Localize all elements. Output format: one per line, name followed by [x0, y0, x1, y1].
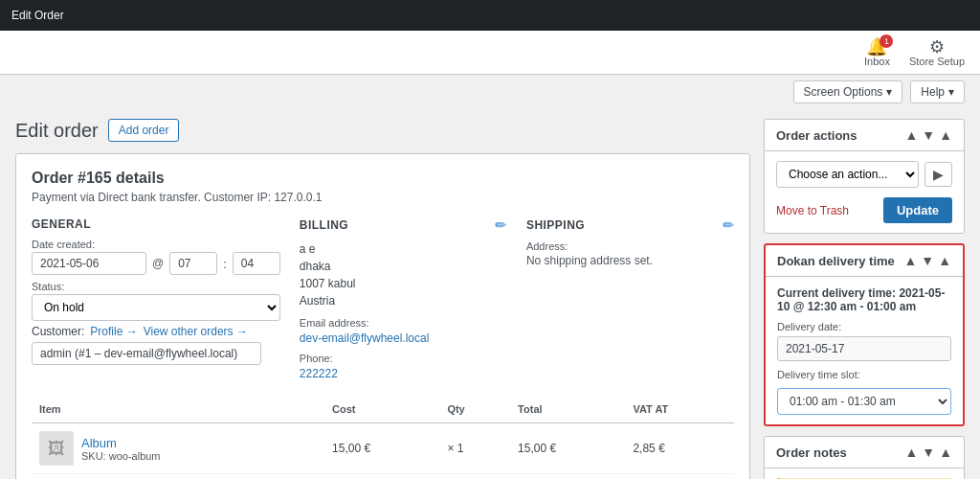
- item-qty: × 1: [439, 423, 510, 474]
- order-box-subtitle: Payment via Direct bank transfer. Custom…: [32, 191, 734, 204]
- notes-collapse-icon[interactable]: ▲: [939, 445, 952, 460]
- item-thumbnail: 🖼: [39, 431, 74, 466]
- current-delivery-label: Current delivery time: 2021-05-10 @ 12:3…: [777, 286, 951, 313]
- screen-options-arrow: ▾: [886, 85, 892, 99]
- order-actions-up-icon[interactable]: ▲: [904, 127, 918, 143]
- table-row: 🖼 Album SKU: woo-album 15,00 € × 1 15,00…: [32, 423, 734, 474]
- view-orders-link[interactable]: View other orders →: [144, 325, 248, 338]
- order-actions-box: Order actions ▲ ▼ ▲ Choose an action... …: [764, 119, 965, 234]
- inbox-label: Inbox: [864, 56, 890, 67]
- customer-label: Customer:: [32, 325, 84, 338]
- delivery-timeslot-select[interactable]: 01:00 am - 01:30 am: [777, 388, 951, 415]
- dokan-down-icon[interactable]: ▼: [921, 253, 934, 268]
- move-to-trash-link[interactable]: Move to Trash: [776, 204, 849, 217]
- notes-down-icon[interactable]: ▼: [922, 445, 935, 460]
- billing-country: Austria: [300, 292, 507, 309]
- dokan-delivery-title: Dokan delivery time: [777, 254, 895, 268]
- page-header: 🔔 1 Inbox ⚙ Store Setup: [0, 31, 980, 75]
- time-slot-label: Delivery time slot:: [777, 369, 951, 380]
- order-actions-header-icons: ▲ ▼ ▲: [904, 127, 952, 143]
- help-arrow: ▾: [948, 85, 954, 99]
- minute-input[interactable]: [233, 252, 280, 275]
- col-vat: VAT AT: [625, 396, 734, 423]
- billing-edit-icon[interactable]: ✏: [495, 217, 506, 233]
- order-actions-header: Order actions ▲ ▼ ▲: [765, 120, 964, 151]
- screen-options-bar: Screen Options ▾ Help ▾: [0, 75, 980, 109]
- order-actions-collapse-icon[interactable]: ▲: [939, 127, 952, 143]
- help-button[interactable]: Help ▾: [910, 80, 965, 103]
- profile-link[interactable]: Profile →: [90, 325, 137, 338]
- phone-label: Phone:: [300, 353, 507, 364]
- dokan-up-icon[interactable]: ▲: [903, 253, 917, 268]
- dokan-delivery-header: Dokan delivery time ▲ ▼ ▲: [766, 245, 963, 277]
- email-label: Email address:: [300, 317, 507, 329]
- run-action-icon: ▶: [933, 167, 944, 182]
- order-details-box: Order #165 details Payment via Direct ba…: [15, 153, 750, 479]
- main-layout: Edit order Add order Order #165 details …: [0, 109, 980, 479]
- dokan-collapse-icon[interactable]: ▲: [938, 253, 951, 268]
- item-name-cell: 🖼 Album SKU: woo-album: [32, 423, 324, 474]
- item-sku: SKU: woo-album: [81, 450, 161, 462]
- order-actions-title: Order actions: [776, 128, 858, 143]
- order-sections: General Date created: @ : Status: On hol…: [32, 217, 734, 380]
- status-select[interactable]: On hold: [32, 294, 280, 321]
- order-notes-header: Order notes ▲ ▼ ▲: [765, 437, 964, 468]
- current-delivery-label-text: Current delivery time:: [777, 286, 896, 300]
- inbox-nav-item[interactable]: 🔔 1 Inbox: [864, 38, 890, 67]
- run-action-button[interactable]: ▶: [924, 162, 952, 187]
- shipping-section-title: Shipping ✏: [526, 217, 734, 233]
- delivery-date-input[interactable]: [777, 336, 951, 361]
- address-label: Address:: [526, 240, 734, 252]
- admin-bar: Edit Order: [0, 0, 980, 31]
- edit-order-title-row: Edit order Add order: [15, 119, 750, 142]
- admin-bar-title: Edit Order: [11, 9, 64, 22]
- no-shipping-address: No shipping address set.: [526, 254, 734, 267]
- billing-city: dhaka: [300, 258, 507, 275]
- general-section-title: General: [32, 217, 280, 231]
- billing-address: a e dhaka 1007 kabul Austria: [300, 240, 507, 309]
- col-cost: Cost: [324, 396, 439, 423]
- billing-email[interactable]: dev-email@flywheel.local: [300, 331, 430, 345]
- col-total: Total: [510, 396, 625, 423]
- status-label: Status:: [32, 281, 280, 292]
- screen-options-button[interactable]: Screen Options ▾: [793, 80, 903, 103]
- customer-row: Customer: Profile → View other orders →: [32, 325, 280, 338]
- billing-postcode: 1007 kabul: [300, 275, 507, 292]
- shipping-section: Shipping ✏ Address: No shipping address …: [526, 217, 734, 380]
- item-name-link[interactable]: Album: [81, 436, 117, 450]
- customer-select[interactable]: [32, 342, 261, 365]
- order-notes-box: Order notes ▲ ▼ ▲ Awaiting BACS payment …: [764, 436, 965, 479]
- billing-name: a e: [300, 240, 507, 258]
- order-actions-body: Choose an action... ▶ Move to Trash Upda…: [765, 151, 964, 233]
- store-setup-nav-item[interactable]: ⚙ Store Setup: [909, 38, 965, 67]
- col-item: Item: [32, 396, 324, 423]
- dokan-delivery-body: Current delivery time: 2021-05-10 @ 12:3…: [766, 277, 963, 424]
- date-input[interactable]: [32, 252, 146, 275]
- add-order-button[interactable]: Add order: [108, 119, 180, 142]
- delivery-date-label: Delivery date:: [777, 321, 951, 332]
- order-actions-down-icon[interactable]: ▼: [922, 127, 935, 143]
- time-separator: :: [223, 257, 227, 271]
- store-setup-label: Store Setup: [909, 56, 965, 67]
- item-total: 15,00 €: [510, 423, 625, 474]
- general-section: General Date created: @ : Status: On hol…: [32, 217, 280, 380]
- shipping-edit-icon[interactable]: ✏: [723, 217, 734, 233]
- items-table-body: 🖼 Album SKU: woo-album 15,00 € × 1 15,00…: [32, 423, 734, 474]
- hour-input[interactable]: [169, 252, 217, 275]
- left-panel: Edit order Add order Order #165 details …: [15, 119, 750, 479]
- billing-section-title: Billing ✏: [300, 217, 507, 233]
- order-actions-select-row: Choose an action... ▶: [776, 161, 952, 188]
- date-row: @ :: [32, 252, 280, 275]
- screen-options-label: Screen Options: [804, 85, 883, 99]
- update-button[interactable]: Update: [883, 197, 952, 223]
- page-title: Edit order: [15, 120, 99, 142]
- notes-up-icon[interactable]: ▲: [904, 445, 918, 460]
- items-table: Item Cost Qty Total VAT AT 🖼 Alb: [32, 396, 734, 474]
- order-box-title: Order #165 details: [32, 170, 734, 187]
- date-label: Date created:: [32, 239, 280, 250]
- billing-phone[interactable]: 222222: [300, 367, 338, 380]
- help-label: Help: [921, 85, 945, 99]
- order-actions-select[interactable]: Choose an action...: [776, 161, 919, 188]
- top-nav: 🔔 1 Inbox ⚙ Store Setup: [864, 38, 965, 67]
- at-symbol: @: [152, 257, 164, 270]
